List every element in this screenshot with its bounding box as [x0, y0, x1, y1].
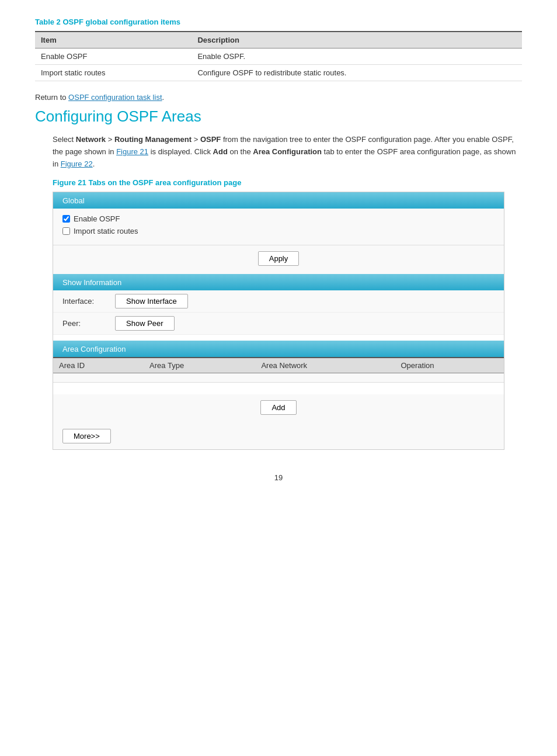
row-item: Enable OSPF: [35, 48, 192, 65]
enable-ospf-checkbox[interactable]: [62, 215, 70, 223]
table-caption: Table 2 OSPF global configuration items: [35, 18, 522, 26]
enable-ospf-row: Enable OSPF: [62, 214, 495, 223]
area-table-wrapper: Area ID Area Type Area Network Operation: [53, 357, 504, 383]
col-header-item: Item: [35, 32, 192, 48]
row-item: Import static routes: [35, 65, 192, 81]
import-static-label: Import static routes: [74, 227, 138, 235]
area-configuration-tab[interactable]: Area Configuration: [53, 341, 135, 357]
para-final: .: [93, 159, 95, 168]
global-tab[interactable]: Global: [53, 192, 94, 209]
row-description: Enable OSPF.: [192, 48, 522, 65]
ospf-config-table: Item Description Enable OSPF Enable OSPF…: [35, 31, 522, 81]
para-text-before: Select: [53, 135, 76, 144]
add-button[interactable]: Add: [260, 400, 296, 415]
return-text: Return to: [35, 93, 68, 102]
import-static-checkbox[interactable]: [62, 227, 70, 235]
col-area-id: Area ID: [53, 358, 144, 373]
col-operation: Operation: [395, 358, 504, 373]
table-row: Import static routes Configure OSPF to r…: [35, 65, 522, 81]
bold-add: Add: [213, 147, 228, 156]
bold-area-config: Area Configuration: [253, 147, 322, 156]
figure21-link[interactable]: Figure 21: [116, 147, 148, 156]
section-heading: Configuring OSPF Areas: [35, 107, 522, 126]
show-peer-button[interactable]: Show Peer: [115, 316, 175, 331]
peer-row: Peer: Show Peer: [53, 313, 504, 335]
figure22-link[interactable]: Figure 22: [61, 159, 93, 168]
more-button-row: More>>: [53, 423, 504, 449]
tab-line: [94, 192, 504, 209]
bold-ospf: OSPF: [200, 135, 221, 144]
bold-routing: Routing Management: [114, 135, 192, 144]
interface-row: Interface: Show Interface: [53, 290, 504, 313]
page-number: 19: [35, 473, 522, 482]
empty-row: [53, 373, 504, 383]
tab-line-area: [135, 341, 504, 357]
body-paragraph: Select Network > Routing Management > OS…: [35, 134, 522, 170]
return-text-after: .: [162, 93, 165, 102]
peer-label: Peer:: [62, 319, 115, 328]
show-interface-button[interactable]: Show Interface: [115, 294, 188, 308]
ospf-config-task-list-link[interactable]: OSPF configuration task list: [68, 93, 162, 102]
global-section-content: Enable OSPF Import static routes: [53, 209, 504, 245]
bold-network: Network: [76, 135, 106, 144]
table-row: Enable OSPF Enable OSPF.: [35, 48, 522, 65]
global-tab-bar: Global: [53, 192, 504, 209]
show-information-tab[interactable]: Show Information: [53, 274, 131, 290]
interface-label: Interface:: [62, 297, 115, 306]
add-button-row: Add: [53, 394, 504, 423]
apply-button-row: Apply: [53, 245, 504, 274]
enable-ospf-label: Enable OSPF: [74, 214, 120, 223]
area-config-tab-bar: Area Configuration: [53, 341, 504, 357]
para-gt2: >: [192, 135, 200, 144]
tab-line-info: [131, 274, 504, 290]
col-header-description: Description: [192, 32, 522, 48]
figure-caption: Figure 21 Tabs on the OSPF area configur…: [35, 178, 522, 187]
para-mid2: is displayed. Click: [148, 147, 213, 156]
import-static-row: Import static routes: [62, 227, 495, 235]
return-link-para: Return to OSPF configuration task list.: [35, 93, 522, 102]
apply-button[interactable]: Apply: [258, 251, 300, 266]
show-info-tab-bar: Show Information: [53, 274, 504, 290]
ospf-ui-box: Global Enable OSPF Import static routes …: [53, 192, 504, 450]
para-gt1: >: [106, 135, 114, 144]
row-description: Configure OSPF to redistribute static ro…: [192, 65, 522, 81]
more-button[interactable]: More>>: [62, 429, 111, 443]
col-area-network: Area Network: [255, 358, 395, 373]
area-config-table: Area ID Area Type Area Network Operation: [53, 357, 504, 383]
col-area-type: Area Type: [144, 358, 255, 373]
para-mid3: on the: [228, 147, 253, 156]
